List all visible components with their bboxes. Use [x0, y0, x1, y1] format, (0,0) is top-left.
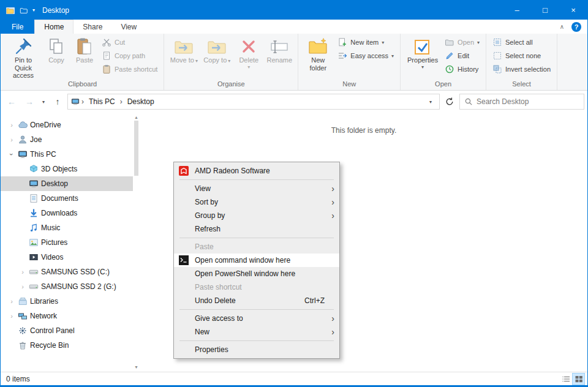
- new-item-caret-icon: ▾: [382, 40, 384, 45]
- new-folder-button[interactable]: New folder: [301, 35, 334, 72]
- tab-view[interactable]: View: [111, 20, 146, 34]
- thumbnails-view-button[interactable]: [572, 373, 585, 385]
- sidebar-item-downloads[interactable]: Downloads: [1, 206, 133, 220]
- address-box[interactable]: › This PC › Desktop ▾: [67, 94, 440, 110]
- menu-item-new[interactable]: New ›: [174, 325, 339, 339]
- menu-separator: [179, 309, 334, 310]
- sidebar-item-network[interactable]: › Network: [1, 309, 133, 323]
- delete-button[interactable]: Delete ▾: [233, 35, 264, 70]
- titlebar[interactable]: ▾ Desktop – □ ×: [1, 1, 587, 20]
- minimize-ribbon-icon[interactable]: ∧: [560, 23, 564, 30]
- recent-locations-button[interactable]: ▾: [39, 94, 48, 110]
- scroll-down-icon[interactable]: ▼: [134, 365, 138, 369]
- copy-button[interactable]: Copy: [42, 35, 70, 64]
- chevron-right-icon[interactable]: ›: [8, 121, 15, 129]
- new-item-button[interactable]: New item ▾: [334, 36, 397, 49]
- menu-item-paste-shortcut[interactable]: Paste shortcut: [174, 280, 339, 294]
- sidebar-item-recycle-bin[interactable]: Recycle Bin: [1, 338, 133, 353]
- sidebar-item-desktop[interactable]: Desktop: [1, 176, 133, 191]
- scrollbar-track[interactable]: [133, 119, 140, 365]
- move-to-button[interactable]: Move to▾: [167, 35, 200, 64]
- menu-item-group-by[interactable]: Group by ›: [174, 209, 339, 222]
- chevron-right-icon[interactable]: ›: [8, 312, 15, 320]
- chevron-right-icon[interactable]: ›: [8, 136, 15, 143]
- tab-share[interactable]: Share: [74, 20, 111, 34]
- chevron-expanded-icon[interactable]: ›: [8, 151, 15, 158]
- tab-bar-right: ∧ ?: [560, 20, 587, 34]
- open-button[interactable]: Open ▾: [442, 36, 483, 49]
- search-input[interactable]: [477, 97, 579, 106]
- location-icon: [71, 97, 80, 106]
- address-dropdown-icon[interactable]: ▾: [425, 99, 436, 105]
- command-prompt-icon: [179, 255, 189, 265]
- scroll-up-icon[interactable]: ▲: [134, 115, 138, 119]
- cut-button[interactable]: Cut: [99, 36, 160, 49]
- qat-customize-caret-icon[interactable]: ▾: [32, 7, 35, 13]
- sidebar-item-music[interactable]: Music: [1, 220, 133, 235]
- sidebar-item-videos[interactable]: Videos: [1, 250, 133, 265]
- breadcrumb-this-pc[interactable]: This PC: [86, 97, 118, 106]
- select-none-button[interactable]: Select none: [489, 49, 554, 62]
- maximize-button[interactable]: □: [531, 1, 559, 20]
- sidebar-item-libraries[interactable]: › Libraries: [1, 294, 133, 309]
- tab-home[interactable]: Home: [34, 20, 74, 34]
- easy-access-button[interactable]: Easy access ▾: [334, 49, 397, 62]
- menu-item-amd-radeon-software[interactable]: AMD Radeon Software: [174, 164, 339, 178]
- sidebar-item-pictures[interactable]: Pictures: [1, 235, 133, 250]
- paste-button[interactable]: Paste: [70, 35, 99, 64]
- tab-file[interactable]: File: [1, 20, 34, 34]
- chevron-right-icon[interactable]: ›: [8, 298, 15, 305]
- sidebar-item-drive-c[interactable]: › SAMSUNG SSD (C:): [1, 265, 133, 279]
- up-button[interactable]: ↑: [50, 94, 66, 110]
- sidebar-item-control-panel[interactable]: Control Panel: [1, 323, 133, 338]
- forward-button[interactable]: →: [21, 94, 37, 110]
- menu-item-undo-delete[interactable]: Undo Delete Ctrl+Z: [174, 294, 339, 307]
- details-view-button[interactable]: [559, 373, 572, 385]
- rename-button[interactable]: Rename: [264, 35, 295, 64]
- delete-icon: [239, 37, 258, 56]
- sidebar-item-onedrive[interactable]: › OneDrive: [1, 118, 133, 132]
- menu-item-sort-by[interactable]: Sort by ›: [174, 195, 339, 209]
- organise-group-label: Organise: [164, 80, 298, 90]
- chevron-right-icon[interactable]: ›: [19, 283, 26, 290]
- minimize-button[interactable]: –: [503, 1, 531, 20]
- menu-item-paste[interactable]: Paste: [174, 240, 339, 254]
- menu-item-give-access-to[interactable]: Give access to ›: [174, 312, 339, 325]
- sidebar-item-this-pc[interactable]: › This PC: [1, 147, 133, 162]
- copy-to-button[interactable]: Copy to▾: [200, 35, 233, 64]
- folder-properties-icon[interactable]: [20, 6, 28, 15]
- menu-item-view[interactable]: View ›: [174, 182, 339, 195]
- select-all-button[interactable]: Select all: [489, 36, 554, 49]
- sidebar-item-drive-g[interactable]: › SAMSUNG SSD 2 (G:): [1, 279, 133, 294]
- close-button[interactable]: ×: [559, 1, 587, 20]
- menu-item-refresh[interactable]: Refresh: [174, 222, 339, 236]
- pin-to-quick-access-button[interactable]: Pin to Quick access: [4, 35, 42, 80]
- easy-access-label: Easy access: [350, 52, 388, 59]
- menu-item-open-command-window-here[interactable]: Open command window here: [174, 254, 339, 267]
- help-icon[interactable]: ?: [571, 22, 581, 32]
- file-list-area[interactable]: This folder is empty. AMD Radeon Softwar…: [140, 113, 587, 372]
- menu-item-open-powershell-window-here[interactable]: Open PowerShell window here: [174, 267, 339, 280]
- onedrive-icon: [18, 120, 28, 130]
- chevron-right-icon[interactable]: ›: [19, 268, 26, 276]
- invert-selection-button[interactable]: Invert selection: [489, 62, 554, 76]
- copy-to-icon: [207, 37, 227, 56]
- history-button[interactable]: History: [442, 62, 483, 76]
- copy-path-button[interactable]: Copy path: [99, 49, 160, 62]
- menu-item-label: Properties: [195, 345, 228, 354]
- sidebar-item-label: Pictures: [41, 238, 67, 247]
- sidebar-scrollbar[interactable]: ▲ ▼: [133, 115, 140, 369]
- sidebar-item-documents[interactable]: Documents: [1, 191, 133, 206]
- refresh-button[interactable]: [442, 94, 458, 110]
- menu-item-properties[interactable]: Properties: [174, 343, 339, 356]
- edit-button[interactable]: Edit: [442, 49, 483, 62]
- paste-shortcut-button[interactable]: Paste shortcut: [99, 62, 160, 76]
- downloads-icon: [29, 208, 39, 218]
- sidebar-item-user-joe[interactable]: › Joe: [1, 132, 133, 147]
- breadcrumb-desktop[interactable]: Desktop: [124, 97, 157, 106]
- sidebar-item-3d-objects[interactable]: 3D Objects: [1, 162, 133, 176]
- scrollbar-thumb[interactable]: [134, 121, 138, 176]
- invert-selection-icon: [492, 64, 502, 74]
- back-button[interactable]: ←: [4, 94, 20, 110]
- properties-button[interactable]: Properties ▾: [404, 35, 442, 70]
